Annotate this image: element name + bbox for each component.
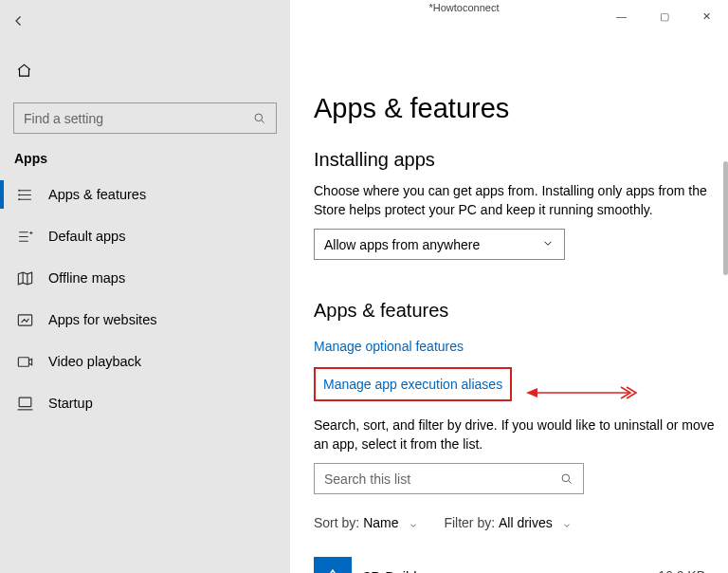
svg-point-7 xyxy=(562,474,570,482)
installing-apps-desc: Choose where you can get apps from. Inst… xyxy=(314,182,715,219)
sidebar-item-offline-maps[interactable]: Offline maps xyxy=(0,257,290,299)
sidebar-item-label: Apps & features xyxy=(48,187,146,202)
find-setting-search[interactable] xyxy=(13,102,277,134)
apps-websites-icon xyxy=(16,311,34,329)
apps-features-icon xyxy=(16,186,34,204)
sort-by-control[interactable]: Sort by: Name xyxy=(314,515,418,530)
svg-point-0 xyxy=(255,114,263,121)
search-icon xyxy=(253,112,266,125)
sidebar-item-apps-features[interactable]: Apps & features xyxy=(0,174,290,215)
home-icon xyxy=(16,63,32,82)
sidebar-item-startup[interactable]: Startup xyxy=(0,382,290,424)
svg-point-3 xyxy=(19,198,20,199)
offline-maps-icon xyxy=(16,269,34,287)
manage-app-execution-aliases-link[interactable]: Manage app execution aliases xyxy=(314,367,512,401)
installing-apps-heading: Installing apps xyxy=(314,149,715,171)
sidebar-item-label: Default apps xyxy=(48,229,125,244)
sort-filter-row: Sort by: Name Filter by: All drives xyxy=(314,515,715,530)
content-pane: *Howtoconnect — ▢ ✕ Apps & features Inst… xyxy=(290,0,728,573)
close-button[interactable]: ✕ xyxy=(685,2,728,30)
page-title: Apps & features xyxy=(314,93,715,124)
window-caption: *Howtoconnect xyxy=(290,2,600,13)
search-this-list[interactable] xyxy=(314,463,584,494)
video-playback-icon xyxy=(16,353,34,371)
chevron-down-icon xyxy=(409,518,418,527)
startup-icon xyxy=(16,395,34,413)
svg-rect-6 xyxy=(19,397,31,407)
sidebar-item-label: Apps for websites xyxy=(48,312,156,327)
sidebar-item-label: Video playback xyxy=(48,354,141,369)
back-button[interactable] xyxy=(2,6,36,36)
maximize-button[interactable]: ▢ xyxy=(643,2,685,30)
sidebar-item-apps-websites[interactable]: Apps for websites xyxy=(0,299,290,341)
home-button[interactable] xyxy=(0,53,290,91)
sidebar-item-default-apps[interactable]: Default apps xyxy=(0,215,290,257)
apps-features-heading: Apps & features xyxy=(314,300,715,322)
search-list-input[interactable] xyxy=(324,471,560,487)
app-icon xyxy=(314,557,352,573)
sidebar-item-label: Offline maps xyxy=(48,270,125,286)
search-icon xyxy=(560,472,573,486)
svg-point-1 xyxy=(19,190,20,191)
dropdown-value: Allow apps from anywhere xyxy=(324,237,480,252)
sidebar-item-video-playback[interactable]: Video playback xyxy=(0,341,290,382)
svg-point-2 xyxy=(19,194,20,195)
chevron-down-icon xyxy=(541,236,555,252)
app-size: 16.0 KB xyxy=(658,568,705,573)
app-name: 3D Builder xyxy=(363,568,658,573)
svg-rect-5 xyxy=(18,357,28,366)
chevron-down-icon xyxy=(562,518,572,527)
minimize-button[interactable]: — xyxy=(600,2,643,30)
filter-desc: Search, sort, and filter by drive. If yo… xyxy=(314,416,715,453)
manage-optional-features-link[interactable]: Manage optional features xyxy=(314,333,464,360)
scrollbar[interactable] xyxy=(723,161,728,275)
sidebar-item-label: Startup xyxy=(48,396,93,411)
app-list-item[interactable]: 3D Builder 16.0 KB xyxy=(314,555,715,573)
filter-by-control[interactable]: Filter by: All drives xyxy=(444,515,571,530)
sidebar-section-label: Apps xyxy=(0,134,290,174)
settings-sidebar: Apps Apps & features Default apps Offlin… xyxy=(0,0,290,573)
default-apps-icon xyxy=(16,228,34,246)
window-titlebar: *Howtoconnect — ▢ ✕ xyxy=(290,0,728,34)
find-setting-input[interactable] xyxy=(24,111,253,126)
app-source-dropdown[interactable]: Allow apps from anywhere xyxy=(314,229,565,260)
